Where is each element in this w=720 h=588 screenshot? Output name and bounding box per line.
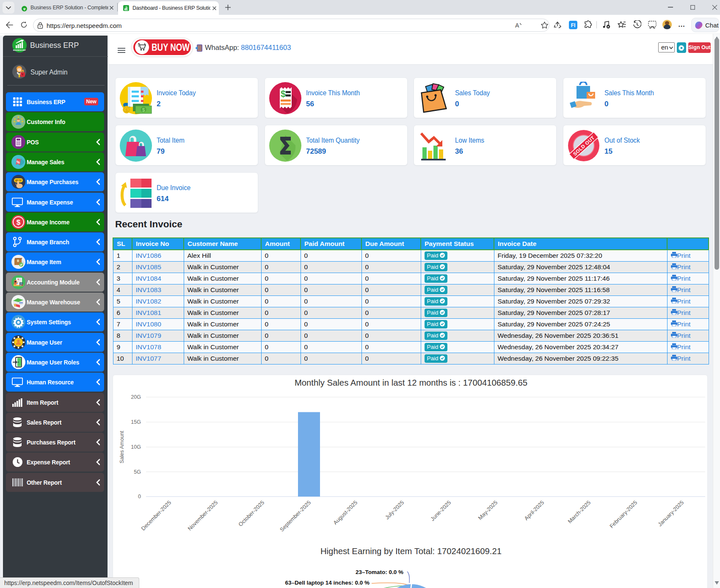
svg-text:BUY NOW: BUY NOW <box>152 42 190 53</box>
svg-text:June-2025: June-2025 <box>429 500 452 522</box>
svg-text:FI: FI <box>571 22 576 28</box>
svg-text:November-2025: November-2025 <box>187 500 219 532</box>
svg-text:May-2025: May-2025 <box>477 500 499 521</box>
svg-text:63–Dell laptop 14 inches: 0.0: 63–Dell laptop 14 inches: 0.0 % <box>285 580 370 586</box>
svg-text:Sales Amount: Sales Amount <box>119 431 125 464</box>
svg-text:February-2025: February-2025 <box>608 500 638 530</box>
svg-text:$: $ <box>281 88 286 99</box>
svg-text:September-2025: September-2025 <box>279 500 312 533</box>
svg-text:$: $ <box>142 107 145 113</box>
svg-text:July-2025: July-2025 <box>384 500 405 521</box>
svg-text:$: $ <box>17 218 21 226</box>
svg-text:15G: 15G <box>131 419 141 425</box>
svg-text:0: 0 <box>138 494 141 500</box>
svg-text:10G: 10G <box>131 444 141 450</box>
svg-text:20G: 20G <box>131 394 141 400</box>
svg-text:August-2025: August-2025 <box>332 500 359 526</box>
svg-text:December-2025: December-2025 <box>140 500 173 532</box>
svg-text:%: % <box>16 160 20 164</box>
svg-text:φ: φ <box>23 7 26 11</box>
svg-text:January-2025: January-2025 <box>657 500 685 528</box>
svg-text:5G: 5G <box>134 469 141 475</box>
svg-text:March-2025: March-2025 <box>566 500 592 525</box>
svg-text:April-2025: April-2025 <box>523 500 546 522</box>
svg-text:Highest Earning by Item Total:: Highest Earning by Item Total: 170240216… <box>320 547 502 556</box>
svg-text:$: $ <box>125 108 128 113</box>
svg-text:Monthly Sales Amount in last 1: Monthly Sales Amount in last 12 months i… <box>295 378 527 387</box>
svg-text:BUSINESS ERP: BUSINESS ERP <box>13 49 26 51</box>
svg-text:23–Tomato: 0.0 %: 23–Tomato: 0.0 % <box>356 569 403 575</box>
svg-text:October-2025: October-2025 <box>237 500 265 528</box>
svg-text:A: A <box>515 22 519 29</box>
